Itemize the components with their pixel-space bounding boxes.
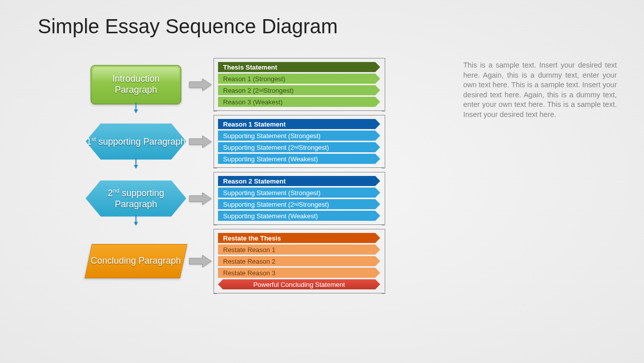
shape-intro-label: Introduction Paragraph xyxy=(91,74,181,95)
row-concl: Concluding Paragraph Restate the Thesis … xyxy=(86,229,438,293)
connector-down-icon xyxy=(133,158,138,169)
svg-marker-5 xyxy=(189,136,211,148)
arrow-right-icon xyxy=(186,254,214,269)
panel-intro-item: Reason 1 (Strongest) xyxy=(218,74,380,84)
panel-intro: Thesis Statement Reason 1 (Strongest) Re… xyxy=(214,58,384,111)
svg-marker-9 xyxy=(189,255,211,267)
panel-concl-item: Restate Reason 3 xyxy=(218,268,380,278)
connector-down-icon xyxy=(133,215,138,226)
panel-sup2: Reason 2 Statement Supporting Statement … xyxy=(214,172,384,225)
panel-concl: Restate the Thesis Restate Reason 1 Rest… xyxy=(214,229,384,293)
arrow-right-icon xyxy=(186,77,214,92)
shape-concl-label: Concluding Paragraph xyxy=(91,256,181,267)
shape-sup2-label: 2nd supporting Paragraph xyxy=(86,187,186,210)
row-intro: Introduction Paragraph Thesis Statement … xyxy=(86,58,438,111)
shape-intro: Introduction Paragraph xyxy=(91,65,181,104)
svg-marker-2 xyxy=(189,79,211,91)
side-text: This is a sample text. Insert your desir… xyxy=(463,60,617,119)
panel-intro-item: Reason 3 (Weakest) xyxy=(218,97,380,107)
panel-concl-final: Powerful Concluding Statement xyxy=(218,279,380,289)
panel-sup2-item: Supporting Statement (Weakest) xyxy=(218,211,380,221)
connector-down-icon xyxy=(133,102,138,113)
svg-marker-4 xyxy=(134,165,138,169)
arrow-right-icon xyxy=(186,191,214,206)
panel-intro-item: Reason 2 (2nd Strongest) xyxy=(218,85,380,95)
panel-sup1: Reason 1 Statement Supporting Statement … xyxy=(214,115,384,168)
panel-sup1-item: Supporting Statement (Strongest) xyxy=(218,131,380,141)
panel-sup1-head: Reason 1 Statement xyxy=(218,119,380,129)
row-sup1: 1st supporting Paragraph Reason 1 Statem… xyxy=(86,115,438,168)
diagram: Introduction Paragraph Thesis Statement … xyxy=(86,58,438,297)
panel-sup1-item: Supporting Statement (Weakest) xyxy=(218,154,380,164)
panel-concl-item: Restate Reason 2 xyxy=(218,256,380,266)
svg-marker-1 xyxy=(134,109,138,113)
panel-sup2-head: Reason 2 Statement xyxy=(218,176,380,186)
panel-concl-head: Restate the Thesis xyxy=(218,233,380,243)
shape-sup1: 1st supporting Paragraph xyxy=(86,124,186,160)
shape-sup2: 2nd supporting Paragraph xyxy=(86,180,186,217)
page-title: Simple Essay Sequence Diagram xyxy=(38,15,338,38)
svg-marker-8 xyxy=(189,193,211,205)
panel-concl-item: Restate Reason 1 xyxy=(218,245,380,255)
panel-sup2-item: Supporting Statement (2nd Strongest) xyxy=(218,199,380,209)
panel-sup1-item: Supporting Statement (2nd Strongest) xyxy=(218,142,380,152)
shape-concl: Concluding Paragraph xyxy=(85,244,187,278)
shape-sup1-label: 1st supporting Paragraph xyxy=(86,136,185,148)
svg-marker-7 xyxy=(134,222,138,226)
arrow-right-icon xyxy=(186,134,214,149)
panel-intro-head: Thesis Statement xyxy=(218,62,380,72)
row-sup2: 2nd supporting Paragraph Reason 2 Statem… xyxy=(86,172,438,225)
panel-sup2-item: Supporting Statement (Strongest) xyxy=(218,188,380,198)
